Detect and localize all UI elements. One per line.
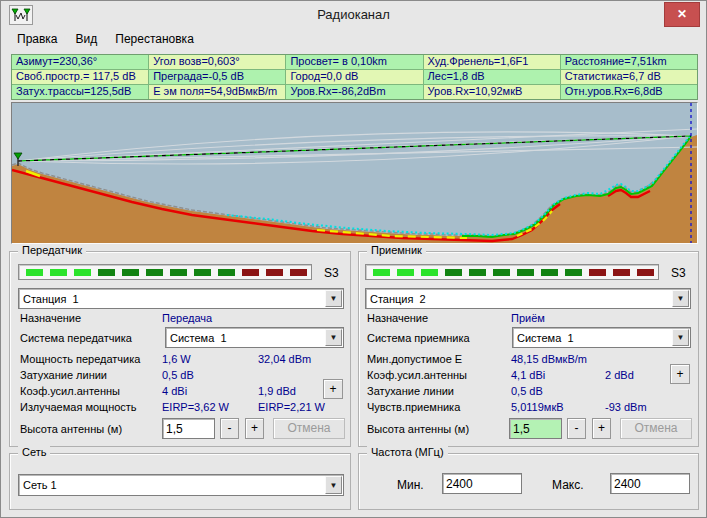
network-select[interactable]: Сеть 1 ▼ (18, 474, 344, 496)
stat-city: Город=0,0 dB (286, 70, 422, 84)
rx-signal-meter (365, 264, 659, 280)
frequency-max-input[interactable] (610, 473, 690, 494)
tx-system-select[interactable]: Система 1 ▼ (165, 327, 344, 348)
radio-channel-window: Радиоканал ✕ Правка Вид Перестановка Ази… (0, 0, 707, 518)
receiver-title: Приемник (367, 244, 426, 256)
chevron-down-icon[interactable]: ▼ (325, 329, 342, 346)
rx-sens-label: Чувств.приемника (367, 401, 460, 413)
stat-e-field: Е эм поля=54,9dBмкВ/m (149, 85, 285, 99)
meter-segment (637, 269, 654, 276)
tx-eirp-label: Излучаемая мощность (20, 401, 137, 413)
terrain-profile-chart (11, 102, 698, 244)
rx-system-select[interactable]: Система 1 ▼ (512, 327, 691, 348)
tx-eirp-alt: EIRP=2,21 W (258, 401, 325, 413)
meter-segment (493, 269, 510, 276)
meter-segment (397, 269, 414, 276)
frequency-min-input[interactable] (442, 473, 522, 494)
stat-statistics: Статистика=6,7 dB (561, 70, 697, 84)
tx-power-w: 1,6 W (162, 353, 191, 365)
meter-segment (373, 269, 390, 276)
stat-fresnel: Худ.Френель=1,6F1 (424, 55, 560, 69)
titlebar: Радиоканал ✕ (1, 1, 706, 29)
tx-gain-plus-button[interactable]: + (323, 379, 343, 399)
meter-segment (170, 269, 187, 276)
rx-gain-dbd: 2 dBd (605, 369, 634, 381)
menu-view[interactable]: Вид (67, 29, 107, 51)
menu-swap[interactable]: Перестановка (106, 29, 203, 51)
tx-height-label: Высота антенны (м) (20, 423, 122, 435)
chevron-down-icon[interactable]: ▼ (325, 290, 342, 307)
meter-segment (469, 269, 486, 276)
rx-height-input[interactable] (509, 418, 562, 439)
chevron-down-icon[interactable]: ▼ (325, 476, 342, 494)
rx-line-loss-value: 0,5 dB (511, 385, 543, 397)
stat-elev-angle: Угол возв=0,603° (149, 55, 285, 69)
window-title: Радиоканал (1, 7, 706, 22)
rx-sens-uv: 5,0119мкВ (511, 401, 564, 413)
tx-power-dbm: 32,04 dBm (258, 353, 311, 365)
network-title: Сеть (18, 446, 50, 458)
meter-segment (50, 269, 67, 276)
tx-gain-dbd: 1,9 dBd (258, 385, 296, 397)
tx-power-label: Мощность передатчика (20, 353, 140, 365)
rx-station-select[interactable]: Станция 2 ▼ (365, 288, 691, 309)
frequency-title: Частота (МГц) (367, 446, 448, 458)
rx-height-minus-button[interactable]: - (567, 418, 586, 439)
meter-segment (517, 269, 534, 276)
chevron-down-icon[interactable]: ▼ (672, 290, 689, 307)
meter-segment (98, 269, 115, 276)
frequency-min-label: Мин. (397, 478, 424, 492)
rx-purpose-value: Приём (511, 312, 545, 324)
rx-station-value: Станция 2 (366, 293, 671, 305)
stat-rx-uv: Уров.Rx=10,92мкВ (424, 85, 560, 99)
meter-segment (541, 269, 558, 276)
chevron-down-icon[interactable]: ▼ (672, 329, 689, 346)
tx-height-minus-button[interactable]: - (220, 418, 239, 439)
terrain-profile-svg (12, 103, 697, 243)
receiver-panel: Приемник S3 Станция 2 ▼ Назначение Приём… (358, 251, 699, 447)
rx-min-e-value: 48,15 dBмкВ/m (511, 353, 587, 365)
tx-gain-label: Коэф.усил.антенны (20, 385, 120, 397)
tx-system-label: Система передатчика (20, 332, 132, 344)
tx-height-plus-button[interactable]: + (245, 418, 264, 439)
stat-rx-rel: Отн.уров.Rx=6,8dB (561, 85, 697, 99)
rx-meter-label: S3 (671, 266, 686, 280)
meter-segment (146, 269, 163, 276)
tx-cancel-button[interactable]: Отмена (273, 418, 345, 439)
tx-height-input[interactable] (162, 418, 215, 439)
tx-purpose-value: Передача (162, 312, 212, 324)
meter-segment (589, 269, 606, 276)
tx-gain-dbi: 4 dBi (162, 385, 187, 397)
link-stats-table: Азимут=230,36° Угол возв=0,603° Просвет=… (11, 54, 698, 100)
rx-line-loss-label: Затухание линии (367, 385, 454, 397)
rx-cancel-button[interactable]: Отмена (620, 418, 692, 439)
rx-purpose-label: Назначение (367, 312, 428, 324)
rx-gain-plus-button[interactable]: + (670, 364, 690, 384)
tx-system-value: Система 1 (166, 332, 324, 344)
tx-station-select[interactable]: Станция 1 ▼ (18, 288, 344, 309)
tx-station-value: Станция 1 (19, 293, 324, 305)
transmitter-panel: Передатчик S3 Станция 1 ▼ Назначение Пер… (9, 251, 351, 447)
menu-edit[interactable]: Правка (8, 29, 67, 51)
rx-height-plus-button[interactable]: + (592, 418, 611, 439)
tx-line-loss-label: Затухание линии (20, 369, 107, 381)
stat-clearance: Просвет= в 0,10km (286, 55, 422, 69)
meter-segment (613, 269, 630, 276)
stat-forest: Лес=1,8 dB (424, 70, 560, 84)
transmitter-title: Передатчик (18, 244, 86, 256)
meter-segment (218, 269, 235, 276)
network-panel: Сеть Сеть 1 ▼ (9, 453, 351, 510)
tx-signal-meter (18, 264, 312, 280)
meter-segment (445, 269, 462, 276)
rx-system-value: Система 1 (513, 332, 671, 344)
meter-segment (565, 269, 582, 276)
tx-eirp-main: EIRP=3,62 W (162, 401, 229, 413)
tx-meter-label: S3 (324, 266, 339, 280)
meter-segment (266, 269, 283, 276)
rx-sens-dbm: -93 dBm (605, 401, 647, 413)
frequency-panel: Частота (МГц) Мин. Макс. (358, 453, 699, 510)
rx-gain-label: Коэф.усил.антенны (367, 369, 467, 381)
stat-path-loss: Затух.трассы=125,5dB (12, 85, 148, 99)
meter-segment (194, 269, 211, 276)
close-icon[interactable]: ✕ (664, 2, 700, 27)
